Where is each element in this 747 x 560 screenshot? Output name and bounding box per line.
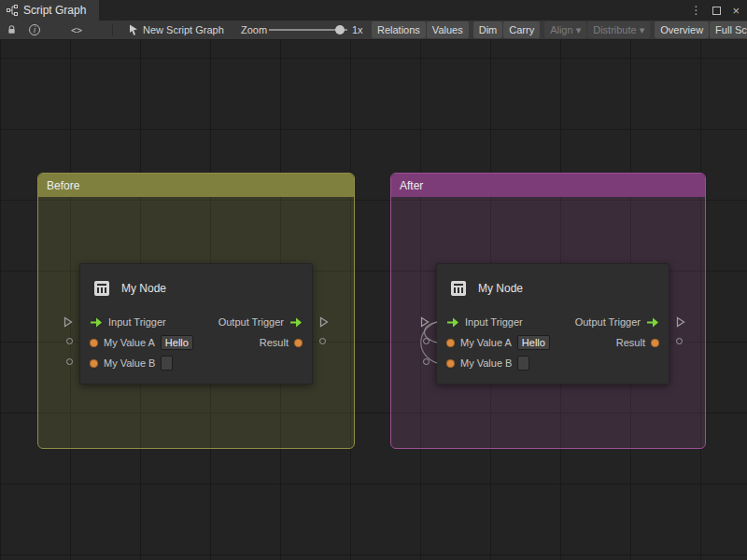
node-my-node-after[interactable]: My Node Input Trigger Output Trigger My …	[436, 263, 669, 385]
distribute-dropdown: Distribute ▾	[587, 21, 650, 38]
input-trigger-port[interactable]	[446, 317, 459, 328]
relations-button[interactable]: Relations	[372, 21, 426, 38]
zoom-label: Zoom	[241, 24, 267, 35]
value-b-row: My Value B	[437, 353, 669, 373]
window-menu-icon[interactable]: ⋮	[690, 4, 701, 17]
node-my-node-before[interactable]: My Node Input Trigger Output Trigger My …	[79, 263, 313, 385]
value-a-label: My Value A	[460, 337, 512, 348]
external-result-port[interactable]	[676, 338, 683, 344]
close-icon[interactable]: ×	[732, 5, 740, 17]
info-icon[interactable]: i	[29, 24, 40, 35]
value-a-port[interactable]	[446, 339, 455, 347]
align-dropdown: Align ▾	[544, 21, 586, 38]
zoom-slider-knob[interactable]	[335, 25, 345, 35]
external-value-b-port[interactable]	[423, 358, 430, 365]
node-title: My Node	[478, 282, 523, 295]
input-trigger-label: Input Trigger	[465, 316, 523, 328]
external-result-port[interactable]	[319, 338, 326, 344]
tab-script-graph[interactable]: Script Graph	[0, 0, 99, 21]
input-trigger-label: Input Trigger	[108, 316, 166, 328]
result-label: Result	[616, 337, 645, 348]
overview-button[interactable]: Overview	[655, 21, 709, 38]
value-b-field[interactable]	[517, 356, 529, 371]
script-graph-window: Script Graph ⋮ × i <> New Script Graph Z…	[0, 0, 747, 560]
graph-icon	[7, 5, 18, 16]
node-title: My Node	[121, 282, 166, 295]
tab-bar: Script Graph ⋮ ×	[0, 0, 747, 21]
graph-toolbar: i <> New Script Graph Zoom 1x Relations …	[0, 21, 747, 40]
value-b-label: My Value B	[104, 357, 155, 369]
graph-name-label[interactable]: New Script Graph	[143, 24, 224, 35]
value-a-label: My Value A	[104, 337, 155, 348]
value-a-port[interactable]	[90, 339, 98, 347]
lock-icon[interactable]	[7, 24, 17, 35]
graph-canvas[interactable]: Before After My Node	[0, 40, 747, 560]
value-b-port[interactable]	[446, 359, 455, 368]
values-button[interactable]: Values	[427, 21, 469, 38]
toolbar-separator	[112, 24, 113, 36]
group-after-label: After	[400, 179, 423, 192]
value-a-row: My Value A Hello Result	[80, 332, 312, 353]
result-port[interactable]	[651, 339, 659, 347]
external-trigger-in-port[interactable]	[420, 316, 430, 328]
trigger-row: Input Trigger Output Trigger	[80, 312, 312, 332]
code-view-icon[interactable]: <>	[71, 25, 82, 35]
external-trigger-out-port[interactable]	[319, 316, 329, 328]
window-controls: ⋮ ×	[690, 0, 740, 21]
script-graph-asset-icon	[128, 24, 139, 36]
output-trigger-port[interactable]	[289, 317, 303, 328]
input-trigger-port[interactable]	[90, 317, 103, 328]
dim-button[interactable]: Dim	[473, 21, 503, 38]
node-icon	[92, 278, 112, 299]
node-header[interactable]: My Node	[80, 264, 312, 312]
result-label: Result	[260, 337, 289, 348]
toolbar-buttons: Relations Values Dim Carry Align ▾ Distr…	[372, 21, 747, 38]
chevron-down-icon: ▾	[640, 24, 645, 35]
output-trigger-label: Output Trigger	[575, 316, 641, 328]
external-trigger-out-port[interactable]	[676, 316, 685, 328]
carry-button[interactable]: Carry	[503, 21, 540, 38]
zoom-value: 1x	[352, 24, 363, 35]
value-a-field[interactable]: Hello	[161, 335, 193, 350]
chevron-down-icon: ▾	[576, 24, 582, 35]
value-a-row: My Value A Hello Result	[437, 332, 669, 353]
output-trigger-label: Output Trigger	[218, 316, 284, 328]
node-icon	[448, 278, 469, 299]
result-port[interactable]	[294, 339, 303, 347]
external-value-a-port[interactable]	[66, 338, 73, 344]
value-b-field[interactable]	[161, 356, 173, 371]
zoom-slider[interactable]	[269, 25, 347, 35]
group-before-header[interactable]: Before	[38, 174, 354, 197]
group-before-label: Before	[47, 179, 79, 192]
value-b-port[interactable]	[90, 359, 98, 368]
external-value-a-port[interactable]	[423, 338, 430, 344]
tab-title: Script Graph	[23, 4, 86, 17]
fullscreen-button[interactable]: Full Screen	[710, 21, 747, 38]
external-value-b-port[interactable]	[66, 358, 73, 365]
external-trigger-in-port[interactable]	[63, 316, 73, 328]
value-b-label: My Value B	[460, 357, 512, 369]
value-a-field[interactable]: Hello	[517, 335, 550, 350]
trigger-row: Input Trigger Output Trigger	[437, 312, 669, 332]
maximize-icon[interactable]	[712, 7, 721, 15]
output-trigger-port[interactable]	[646, 317, 659, 328]
value-b-row: My Value B	[80, 353, 312, 373]
group-after-header[interactable]: After	[391, 174, 705, 197]
node-header[interactable]: My Node	[437, 264, 669, 312]
